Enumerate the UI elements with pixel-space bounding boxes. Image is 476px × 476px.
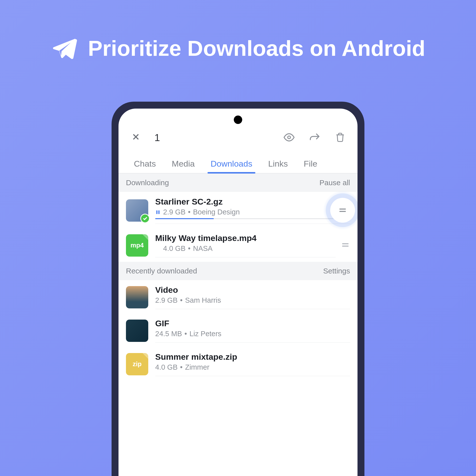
phone-frame: 1 Chats Media Downloads Links File Downl…: [112, 102, 364, 476]
forward-icon[interactable]: [309, 132, 320, 144]
tab-links[interactable]: Links: [260, 154, 296, 173]
item-meta: 2.9 GB • Sam Harris: [155, 296, 350, 304]
settings-button[interactable]: Settings: [323, 267, 350, 275]
svg-rect-2: [158, 210, 160, 214]
camera-notch: [234, 116, 242, 124]
recent-item[interactable]: Video 2.9 GB • Sam Harris: [119, 280, 357, 314]
item-title: Video: [155, 285, 350, 295]
progress-bar: [155, 218, 350, 219]
recent-item[interactable]: zip Summer mixtape.zip 4.0 GB • Zimmer: [119, 347, 357, 381]
tabs: Chats Media Downloads Links File: [119, 152, 357, 174]
item-title: GIF: [155, 319, 350, 328]
item-title: Milky Way timelapse.mp4: [155, 233, 336, 243]
close-button[interactable]: [131, 131, 141, 145]
download-arrow-icon: [155, 246, 161, 251]
banner-title: Prioritize Downloads on Android: [88, 36, 425, 61]
item-title: Starliner SC-2.gz: [155, 197, 350, 207]
item-thumbnail: [126, 199, 148, 222]
tab-files[interactable]: File: [296, 154, 325, 173]
check-icon: [140, 214, 150, 223]
pause-all-button[interactable]: Pause all: [320, 178, 350, 187]
item-meta: 2.9 GB • Boeing Design: [155, 208, 350, 216]
phone-screen: 1 Chats Media Downloads Links File Downl…: [119, 109, 357, 476]
telegram-icon: [51, 35, 78, 62]
download-item[interactable]: mp4 Milky Way timelapse.mp4 4.0 GB • NAS…: [119, 228, 357, 262]
pause-icon: [155, 209, 161, 215]
item-thumbnail: [126, 286, 148, 308]
svg-rect-1: [156, 210, 158, 214]
drag-highlight: [323, 190, 357, 230]
recent-item[interactable]: GIF 24.5 MB • Liz Peters: [119, 314, 357, 347]
recent-header: Recently downloaded Settings: [119, 262, 357, 280]
item-meta: 24.5 MB • Liz Peters: [155, 330, 350, 338]
tab-media[interactable]: Media: [164, 154, 203, 173]
file-type-icon: mp4: [126, 234, 148, 257]
downloading-title: Downloading: [126, 178, 169, 187]
selected-count: 1: [154, 132, 284, 143]
file-type-icon: zip: [126, 353, 148, 375]
svg-point-0: [288, 136, 291, 139]
item-title: Summer mixtape.zip: [155, 352, 350, 362]
item-thumbnail: mp4: [126, 234, 148, 257]
drag-handle-icon[interactable]: [336, 240, 350, 251]
item-meta: 4.0 GB • Zimmer: [155, 363, 350, 371]
recent-title: Recently downloaded: [126, 267, 197, 275]
banner: Prioritize Downloads on Android: [0, 0, 476, 62]
selection-toolbar: 1: [119, 109, 357, 152]
tab-chats[interactable]: Chats: [126, 154, 164, 173]
item-thumbnail: [126, 320, 148, 342]
downloading-header: Downloading Pause all: [119, 174, 357, 192]
download-item[interactable]: Starliner SC-2.gz 2.9 GB • Boeing Design: [119, 192, 357, 228]
item-thumbnail: zip: [126, 353, 148, 375]
item-meta: 4.0 GB • NASA: [155, 244, 336, 253]
tab-downloads[interactable]: Downloads: [203, 154, 260, 173]
drag-handle-icon[interactable]: [338, 206, 347, 215]
trash-icon[interactable]: [335, 132, 345, 144]
view-icon[interactable]: [284, 132, 295, 144]
